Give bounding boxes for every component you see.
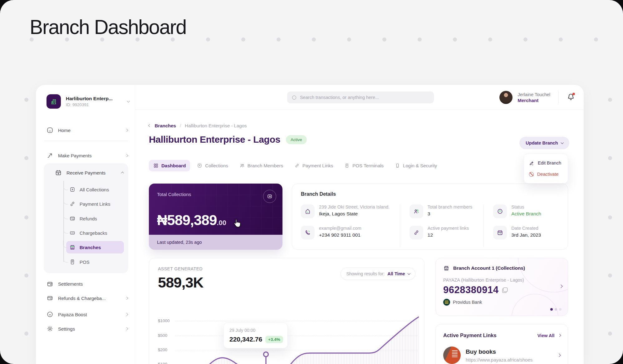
pencil-icon [529,160,534,166]
dot[interactable] [555,308,557,311]
decor-dot [24,273,28,278]
chevron-down-icon [561,141,563,144]
dot[interactable] [559,308,562,311]
area-hatch-right [279,317,419,364]
sidebar-item-label: Make Payments [58,153,92,158]
app-header: Jerlaine Touchel Merchant [135,85,584,110]
sidebar-item-make-payments[interactable]: Make Payments [47,149,127,162]
home-icon [301,204,315,218]
calendar-icon [493,226,507,239]
sidebar-item-refunds-chargebacks[interactable]: Refunds & Chargeba... [47,292,127,304]
last-updated-text: Last updated, 23s ago [149,235,282,250]
payment-links-cell: Active payment links 12 [410,226,478,239]
notification-dot [572,93,575,95]
sidebar-item-all-collections[interactable]: All Collections [56,183,124,196]
total-collections-amount: ₦589,389.00 [157,212,226,229]
sidebar-item-label: Payment Links [80,201,110,207]
store-icon [443,265,449,271]
tab-bar: Dashboard Collections Branch Members Pay… [149,160,441,171]
breadcrumb-branches[interactable]: Branches [155,123,176,128]
decor-dot [24,156,28,160]
tab-collections[interactable]: Collections [193,160,232,171]
amount-main: ₦589,389 [157,212,217,228]
menu-item-deactivate[interactable]: Deactivate [529,170,563,179]
building-icon [47,94,61,109]
people-icon [410,204,423,218]
user-role: Merchant [518,98,550,103]
tab-dashboard[interactable]: Dashboard [149,160,190,171]
dot-active[interactable] [550,308,553,311]
search-input[interactable] [300,95,429,100]
sidebar-item-settlements[interactable]: Settlements [47,278,127,290]
asset-value: 589,3K [158,274,204,291]
collections-action-button[interactable] [263,190,276,203]
sidebar-item-chargebacks[interactable]: Chargebacks [56,227,124,239]
sidebar-item-label: Refunds & Chargeba... [58,296,106,301]
update-branch-menu: Edit Branch Deactivate [524,154,568,184]
amount-cents: .00 [217,219,227,227]
avatar[interactable] [499,91,513,104]
members-value: 3 [428,211,472,217]
search-bar[interactable] [287,91,434,103]
sidebar-item-label: Branches [80,245,101,250]
decor-dot [608,332,612,336]
store-icon [69,244,76,250]
payment-link-item[interactable]: Buy books https://www.payaza.africa/shoe… [443,347,560,364]
sidebar-item-label: Payaza Boost [58,312,87,317]
main-content: Branches / Halliburton Enterprise - Lago… [135,110,584,364]
chevron-right-icon [557,353,561,357]
home-icon [47,127,53,134]
sidebar-item-payaza-boost[interactable]: Payaza Boost [47,308,127,321]
contact-cell: example@gmail.com +234 902 9311 001 [301,226,394,239]
decor-dot [608,273,612,278]
tab-login-security[interactable]: Login & Security [390,160,441,171]
decor-dot [24,215,28,219]
sidebar-item-label: Refunds [80,216,97,221]
branch-details-title: Branch Details [301,191,559,197]
status-badge: Active [286,135,307,144]
sidebar-item-branches[interactable]: Branches [66,241,124,253]
address-line2: Ikeja, Lagos State [319,211,390,217]
tab-branch-members[interactable]: Branch Members [235,160,287,171]
payment-link-url: https://www.payaza.africa/shoes [466,357,532,362]
boost-icon [47,311,53,318]
email-text: example@gmail.com [319,226,361,231]
notification-button[interactable] [567,93,575,102]
account-switcher[interactable]: Harliburton Enterp... ID: 9920391 [47,94,129,109]
decor-dot [382,37,386,42]
breadcrumb-separator: / [180,123,181,128]
sidebar-item-refunds[interactable]: Refunds [56,212,124,225]
sidebar-item-payment-links[interactable]: Payment Links [56,198,124,210]
asset-line-chart[interactable] [169,316,419,364]
chevron-down-icon [127,100,130,102]
sidebar-item-settings[interactable]: Settings [47,322,127,335]
created-label: Date Created [511,226,541,231]
wallet-icon [47,280,53,287]
branch-account-card[interactable]: Branch Account 1 (Collections) PAYAZA (H… [435,258,568,316]
chevron-right-icon [125,313,128,316]
asset-label: ASSET GENERATED [158,266,203,271]
account-card-subtitle: PAYAZA (Halliburton Enterprise - Lagos) [443,278,560,283]
decor-dot [241,37,245,42]
copy-icon[interactable] [502,288,508,293]
menu-item-edit-branch[interactable]: Edit Branch [529,159,563,167]
collections-icon [69,186,76,193]
view-all-link[interactable]: View All [537,333,560,338]
breadcrumb: Branches / Halliburton Enterprise - Lago… [149,123,247,128]
tab-payment-links[interactable]: Payment Links [290,160,337,171]
sidebar-item-label: POS [80,259,90,265]
update-branch-button[interactable]: Update Branch [519,137,569,149]
payment-links-title: Active Payment Links [443,332,497,338]
collections-icon [197,163,202,168]
sidebar-item-receive-payments[interactable]: Receive Payments [55,166,123,179]
total-collections-card[interactable]: Total Collections ₦589,389.00 Last updat… [149,184,282,250]
sidebar-item-pos[interactable]: POS [56,256,124,268]
carousel-dots[interactable] [550,308,562,311]
time-filter-dropdown[interactable]: Showing results for: All Time [341,268,415,280]
active-payment-links-card: Active Payment Links View All Buy books … [435,324,568,364]
app-window: Harliburton Enterp... ID: 9920391 Home M… [36,85,584,364]
tooltip-delta-badge: +3.4% [265,336,283,343]
tab-pos-terminals[interactable]: POS Terminals [340,160,388,171]
sidebar-item-home[interactable]: Home [47,124,127,136]
chevron-left-icon[interactable] [149,124,151,127]
